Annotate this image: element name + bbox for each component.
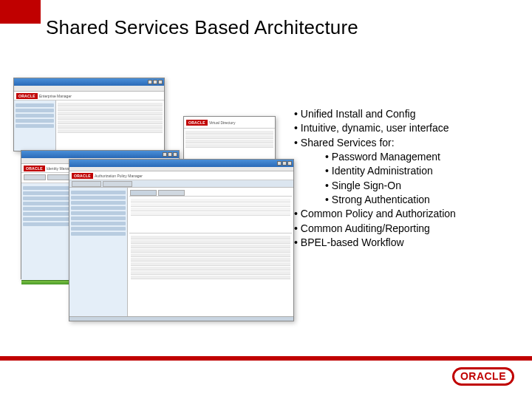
sidebar-item — [71, 191, 126, 194]
sidebar-item — [16, 124, 54, 128]
list-row — [58, 116, 163, 120]
bullet-item: Unified Install and Config — [294, 107, 523, 121]
table-row — [131, 240, 290, 244]
sidebar-item — [16, 119, 54, 123]
window-authz-policy-manager: ORACLE Authorization Policy Manager — [69, 159, 294, 321]
bullet-list: Unified Install and Config Intuitive, dy… — [294, 107, 523, 250]
form-section — [129, 197, 292, 233]
table-row — [131, 276, 290, 279]
list-row — [58, 112, 163, 115]
sidebar-item — [71, 216, 126, 220]
sidebar-item — [71, 211, 126, 215]
window-body — [14, 100, 164, 151]
window-body — [69, 188, 293, 316]
window-titlebar — [69, 160, 293, 167]
window-control-icon — [173, 152, 177, 157]
bullet-item: Shared Services for: — [294, 136, 523, 150]
window-control-icon — [282, 161, 287, 166]
sidebar-item — [71, 201, 126, 205]
window-enterprise-manager: ORACLE Enterprise Manager — [13, 78, 165, 151]
table-row — [131, 253, 290, 257]
sub-bullet-item: Strong Authentication — [294, 193, 523, 207]
table-row — [131, 258, 290, 262]
tab — [72, 181, 101, 187]
oracle-brand-small: ORACLE — [16, 93, 38, 99]
sub-bullet-item: Identity Administration — [294, 164, 523, 178]
form-row — [131, 208, 290, 211]
bullet-item: BPEL-based Workflow — [294, 236, 523, 250]
list-row — [58, 120, 163, 124]
app-name-label: Virtual Directory — [209, 120, 235, 125]
list-row — [185, 131, 273, 134]
tab — [130, 190, 157, 196]
sidebar-item — [23, 207, 69, 211]
oracle-logo-text: ORACLE — [452, 367, 514, 386]
sidebar-item — [71, 232, 126, 236]
sidebar-item — [16, 114, 54, 117]
sidebar-item — [71, 196, 126, 200]
sidebar — [69, 188, 128, 316]
sub-bullet-item: Single Sign-On — [294, 179, 523, 193]
sidebar — [21, 183, 72, 280]
list-row — [58, 125, 163, 129]
table-row — [131, 245, 290, 248]
window-control-icon — [277, 161, 282, 166]
sidebar-item — [71, 227, 126, 231]
bullet-item: Intuitive, dynamic, user interface — [294, 121, 523, 135]
tab — [47, 174, 69, 180]
table-row — [131, 236, 290, 239]
sidebar-item — [23, 191, 69, 195]
window-control-icon — [163, 152, 167, 157]
app-banner: ORACLE Enterprise Manager — [14, 92, 164, 100]
oracle-logo: ORACLE — [452, 367, 514, 386]
screenshot-collage: ORACLE Enterprise Manager — [13, 78, 294, 321]
section-header — [129, 189, 292, 197]
main-panel — [128, 188, 293, 316]
list-row — [185, 135, 273, 139]
sidebar-item — [23, 217, 69, 221]
oracle-brand-small: ORACLE — [72, 173, 93, 179]
list-row — [185, 144, 273, 148]
sidebar-item — [23, 202, 69, 205]
app-name-label: Authorization Policy Manager — [95, 174, 143, 178]
sidebar-item — [23, 212, 69, 216]
oracle-brand-small: ORACLE — [186, 120, 208, 126]
table-row — [131, 271, 290, 275]
sidebar-item — [23, 197, 69, 200]
list-row — [58, 107, 163, 111]
title-accent-block — [0, 0, 41, 24]
app-banner: ORACLE Virtual Directory — [184, 117, 275, 129]
footer-accent-bar — [0, 356, 532, 361]
sidebar-item — [16, 103, 54, 107]
window-control-icon — [168, 152, 172, 157]
table-row — [131, 249, 290, 253]
subheader — [69, 180, 293, 188]
toolbar — [14, 86, 164, 92]
window-titlebar — [14, 78, 164, 86]
tab — [158, 190, 185, 196]
bullet-item: Common Auditing/Reporting — [294, 222, 523, 236]
window-titlebar — [21, 151, 179, 158]
sidebar — [14, 100, 56, 151]
slide-title: Shared Services Based Architecture — [46, 16, 358, 39]
sub-bullet-item: Password Management — [294, 150, 523, 164]
table-row — [131, 262, 290, 266]
form-row — [131, 212, 290, 216]
sidebar-item — [16, 109, 54, 112]
sidebar-item — [71, 206, 126, 210]
bullet-item: Common Policy and Authorization — [294, 207, 523, 221]
list-row — [58, 129, 163, 133]
sidebar-item — [23, 222, 69, 226]
main-panel — [56, 100, 164, 151]
form-row — [131, 199, 290, 202]
oracle-brand-small: ORACLE — [24, 166, 45, 171]
window-control-icon — [158, 80, 163, 84]
tab — [103, 181, 132, 187]
status-bar — [69, 316, 293, 321]
sidebar-item — [71, 222, 126, 225]
table-section — [129, 233, 292, 282]
window-control-icon — [153, 80, 157, 84]
app-banner: ORACLE Authorization Policy Manager — [69, 171, 293, 180]
tab — [24, 174, 46, 180]
form-row — [131, 203, 290, 207]
